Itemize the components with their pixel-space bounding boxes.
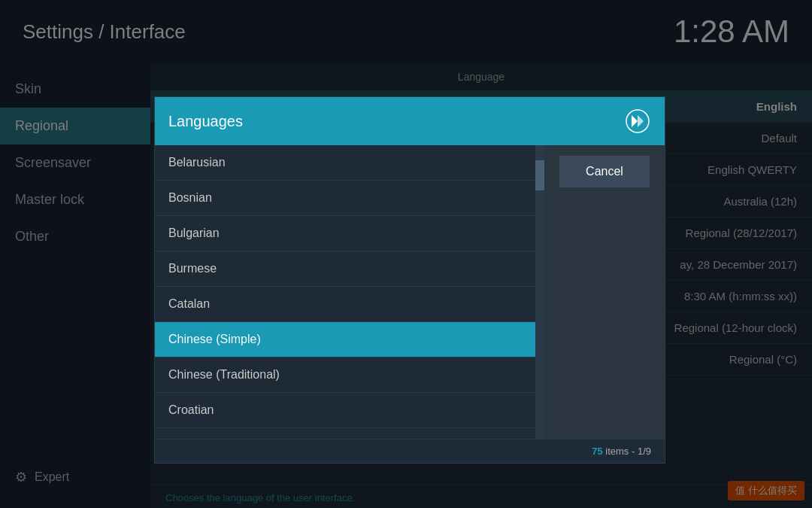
languages-dialog: Languages BelarusianBosnianBulgarianBurm… xyxy=(154,96,665,464)
language-item[interactable]: Bosnian xyxy=(155,181,535,216)
language-item[interactable]: Chinese (Simple) xyxy=(155,322,535,357)
dialog-header: Languages xyxy=(155,97,665,145)
cancel-area: Cancel xyxy=(544,145,665,439)
language-list[interactable]: BelarusianBosnianBulgarianBurmeseCatalan… xyxy=(155,145,535,439)
scrollbar-thumb xyxy=(535,160,544,190)
dialog-title: Languages xyxy=(168,113,243,130)
cancel-button[interactable]: Cancel xyxy=(559,156,650,187)
kodi-logo xyxy=(624,108,651,135)
items-count: 75 xyxy=(592,446,602,457)
dialog-body: BelarusianBosnianBulgarianBurmeseCatalan… xyxy=(155,145,665,439)
language-item[interactable]: Chinese (Traditional) xyxy=(155,357,535,393)
dialog-footer: 75 items - 1/9 xyxy=(155,439,665,463)
page-info: 1/9 xyxy=(638,446,651,457)
dialog-scrollbar[interactable] xyxy=(535,145,544,439)
language-item[interactable]: Croatian xyxy=(155,393,535,428)
language-item[interactable]: Belarusian xyxy=(155,145,535,181)
language-item[interactable]: Czech xyxy=(155,428,535,439)
language-item[interactable]: Burmese xyxy=(155,251,535,287)
language-item[interactable]: Bulgarian xyxy=(155,216,535,251)
language-item[interactable]: Catalan xyxy=(155,287,535,322)
